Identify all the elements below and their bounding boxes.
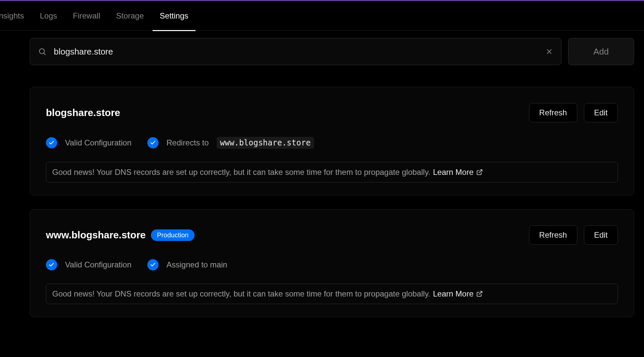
domain-search-input[interactable] xyxy=(54,47,538,57)
env-badge-production: Production xyxy=(151,229,195,241)
status-label: Assigned to main xyxy=(166,260,227,269)
domain-title-wrap: www.blogshare.store Production xyxy=(46,229,195,241)
status-valid-config: Valid Configuration xyxy=(46,259,131,270)
check-icon xyxy=(147,259,159,270)
svg-line-5 xyxy=(479,292,482,295)
learn-more-label: Learn More xyxy=(433,289,474,298)
learn-more-link[interactable]: Learn More xyxy=(433,168,483,177)
nav-item-firewall[interactable]: Firewall xyxy=(73,1,100,31)
status-label-prefix: Redirects to xyxy=(166,138,209,147)
status-redirects: Redirects to www.blogshare.store xyxy=(147,137,314,149)
domain-search-row: Add xyxy=(30,38,634,65)
check-icon xyxy=(46,137,57,148)
svg-point-0 xyxy=(39,49,44,54)
svg-line-1 xyxy=(44,53,46,55)
content-area: Add blogshare.store Refresh Edit Valid C… xyxy=(30,38,634,317)
add-domain-button[interactable]: Add xyxy=(568,38,634,65)
domain-card: blogshare.store Refresh Edit Valid Confi… xyxy=(30,87,634,195)
nav-item-logs[interactable]: Logs xyxy=(40,1,57,31)
edit-button[interactable]: Edit xyxy=(584,103,618,122)
domain-title-wrap: blogshare.store xyxy=(46,107,120,118)
dns-notice-text: Good news! Your DNS records are set up c… xyxy=(52,289,430,298)
dns-notice: Good news! Your DNS records are set up c… xyxy=(46,284,618,304)
status-label: Valid Configuration xyxy=(65,138,131,147)
domain-card-header: blogshare.store Refresh Edit xyxy=(46,103,618,122)
learn-more-label: Learn More xyxy=(433,168,474,177)
domain-name: blogshare.store xyxy=(46,107,120,118)
nav-item-storage[interactable]: Storage xyxy=(116,1,144,31)
status-assigned: Assigned to main xyxy=(147,259,227,270)
edit-button[interactable]: Edit xyxy=(584,225,618,245)
domain-card: www.blogshare.store Production Refresh E… xyxy=(30,209,634,317)
domain-name: www.blogshare.store xyxy=(46,229,146,241)
dns-notice: Good news! Your DNS records are set up c… xyxy=(46,162,618,182)
check-icon xyxy=(147,137,159,148)
check-icon xyxy=(46,259,57,270)
learn-more-link[interactable]: Learn More xyxy=(433,289,483,298)
domain-search-box[interactable] xyxy=(30,38,561,65)
status-label: Valid Configuration xyxy=(65,260,131,269)
svg-line-4 xyxy=(479,170,482,173)
status-valid-config: Valid Configuration xyxy=(46,137,131,148)
domain-status-row: Valid Configuration Assigned to main xyxy=(46,259,618,270)
domain-card-actions: Refresh Edit xyxy=(529,225,618,245)
dns-notice-text: Good news! Your DNS records are set up c… xyxy=(52,168,430,177)
refresh-button[interactable]: Refresh xyxy=(529,225,577,245)
external-link-icon xyxy=(476,169,483,176)
search-icon xyxy=(38,47,47,56)
nav-item-settings[interactable]: Settings xyxy=(160,1,189,31)
domain-card-header: www.blogshare.store Production Refresh E… xyxy=(46,225,618,245)
nav-item-insights[interactable]: d Insights xyxy=(0,1,24,31)
refresh-button[interactable]: Refresh xyxy=(529,103,577,122)
clear-search-icon[interactable] xyxy=(545,48,553,56)
domain-card-actions: Refresh Edit xyxy=(529,103,618,122)
top-nav: d Insights Logs Firewall Storage Setting… xyxy=(0,1,644,31)
domain-status-row: Valid Configuration Redirects to www.blo… xyxy=(46,137,618,149)
redirect-target-code: www.blogshare.store xyxy=(217,137,314,149)
external-link-icon xyxy=(476,291,483,297)
